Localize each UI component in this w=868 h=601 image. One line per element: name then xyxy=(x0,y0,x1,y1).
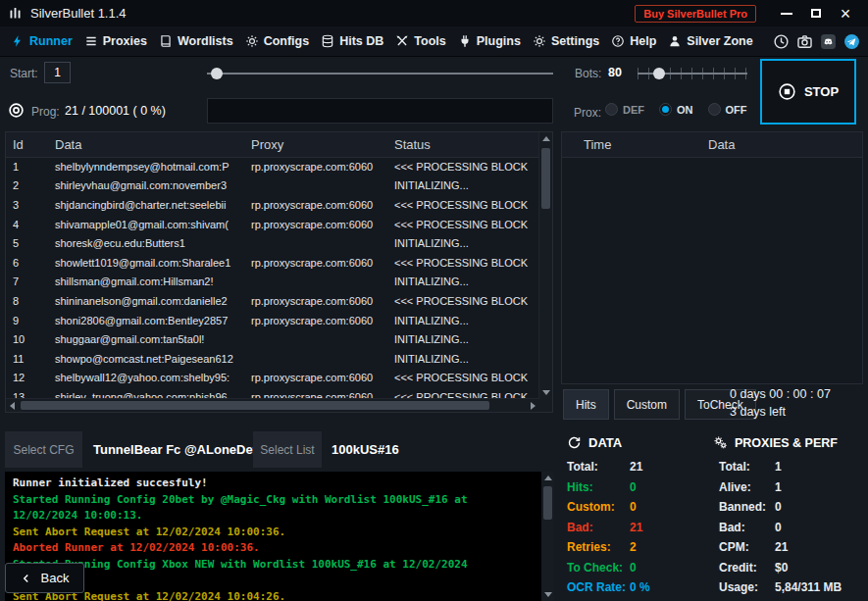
prox-option-off[interactable]: OFF xyxy=(708,103,747,116)
scroll-left-arrow[interactable] xyxy=(6,399,19,412)
progress-bar xyxy=(207,98,553,124)
wordlists-icon xyxy=(159,34,173,48)
tab-hits[interactable]: Hits xyxy=(563,389,609,420)
column-header-proxy: Proxy xyxy=(251,137,394,152)
nav-item-wordlists[interactable]: Wordlists xyxy=(153,26,239,56)
radio-icon xyxy=(659,103,672,116)
slider-thumb[interactable] xyxy=(211,68,223,79)
scroll-up-arrow[interactable] xyxy=(541,472,554,484)
slider-thumb[interactable] xyxy=(653,68,665,79)
nav-item-runner[interactable]: Runner xyxy=(5,26,78,56)
nav-item-proxies[interactable]: Proxies xyxy=(78,26,153,56)
stat-value: 2 xyxy=(630,540,650,554)
select-wordlist-button[interactable]: Select List xyxy=(253,431,322,468)
stat-value: $0 xyxy=(775,561,842,575)
prox-option-on[interactable]: ON xyxy=(659,103,693,116)
select-config-button[interactable]: Select CFG xyxy=(5,431,82,468)
scroll-down-arrow[interactable] xyxy=(541,588,554,601)
column-header-data: Data xyxy=(708,137,862,152)
scroll-up-arrow[interactable] xyxy=(539,132,552,145)
table-row[interactable]: 5shoresk@ecu.edu:Butters1INITIALIZING... xyxy=(6,233,539,253)
back-button[interactable]: Back xyxy=(5,563,84,593)
stop-label: STOP xyxy=(804,84,839,99)
nav-item-label: Help xyxy=(630,34,656,48)
table-row[interactable]: 6showlett1019@gmail.com:Sharalee1rp.prox… xyxy=(6,253,539,273)
maximize-button[interactable] xyxy=(801,2,831,25)
tools-icon xyxy=(395,34,409,48)
nav-item-label: Tools xyxy=(414,34,445,48)
nav-right-icons xyxy=(773,33,863,50)
vertical-scrollbar[interactable] xyxy=(538,132,552,399)
progress-value: 21 / 100001 ( 0 %) xyxy=(65,104,166,118)
scrollbar-thumb[interactable] xyxy=(21,401,489,410)
scrollbar-thumb[interactable] xyxy=(543,486,552,520)
nav-item-help[interactable]: Help xyxy=(605,26,662,56)
cell-status: <<< PROCESSING BLOCK xyxy=(394,295,539,307)
log-lines: Runner initialized succesfuly!Started Ru… xyxy=(13,476,531,601)
stop-button[interactable]: STOP xyxy=(760,59,856,125)
table-row[interactable]: 10shuggaar@gmail.com:tan5ta0l!INITIALIZI… xyxy=(6,329,539,349)
nav-item-silver-zone[interactable]: Silver Zone xyxy=(662,26,758,56)
stat-total: Total:21 xyxy=(567,457,650,477)
nav-item-hits-db[interactable]: Hits DB xyxy=(315,26,389,56)
telegram-icon[interactable] xyxy=(843,33,860,50)
scrollbar-thumb[interactable] xyxy=(541,148,550,209)
table-row[interactable]: 8shininanelson@gmail.com:danielle2rp.pro… xyxy=(6,291,539,311)
radio-label: DEF xyxy=(623,104,644,116)
nav-item-tools[interactable]: Tools xyxy=(389,26,451,56)
nav-item-configs[interactable]: Configs xyxy=(239,26,316,56)
buy-pro-button[interactable]: Buy SilverBullet Pro xyxy=(635,5,756,23)
start-input[interactable] xyxy=(44,62,71,83)
cell-id: 12 xyxy=(13,372,55,383)
start-label: Start: xyxy=(10,67,38,80)
log-line: Sent Abort Request at 12/02/2024 10:00:3… xyxy=(13,525,531,541)
cell-data: showlett1019@gmail.com:Sharalee1 xyxy=(55,257,251,269)
stat-value: 21 xyxy=(630,460,650,474)
slider-track xyxy=(207,73,553,75)
clock-icon[interactable] xyxy=(773,33,790,50)
settings-icon xyxy=(533,34,546,48)
cell-id: 10 xyxy=(13,333,55,345)
stat-hits: Hits:0 xyxy=(567,477,650,498)
scroll-down-arrow[interactable] xyxy=(539,386,552,399)
minimize-button[interactable] xyxy=(772,2,801,25)
discord-icon[interactable] xyxy=(820,33,837,50)
table-row[interactable]: 7shillsman@gmail.com:Hillsman2!INITIALIZ… xyxy=(6,273,539,292)
table-row[interactable]: 9shoni2806@gmail.com:Bentley2857rp.proxy… xyxy=(6,311,539,330)
cell-data: shelbywall12@yahoo.com:shelby95: xyxy=(55,372,251,383)
cell-status: INITIALIZING... xyxy=(394,275,539,287)
nav-item-settings[interactable]: Settings xyxy=(527,26,605,56)
nav-item-label: Runner xyxy=(29,34,73,48)
stat-label: Alive: xyxy=(719,480,775,494)
horizontal-scrollbar[interactable] xyxy=(6,398,539,412)
progress-icon xyxy=(8,102,25,119)
license-days-left: 3 days left xyxy=(730,405,786,419)
stat-bad: Bad:0 xyxy=(719,518,842,538)
log-scrollbar[interactable] xyxy=(541,472,554,601)
table-row[interactable]: 3shjdancingbird@charter.net:seelebiirp.p… xyxy=(6,195,539,215)
close-button[interactable]: × xyxy=(831,2,860,25)
navbar: RunnerProxiesWordlistsConfigsHits DBTool… xyxy=(0,26,868,57)
cell-data: shillsman@gmail.com:Hillsman2! xyxy=(55,275,251,287)
stat-label: Retries: xyxy=(567,540,630,554)
cell-status: <<< PROCESSING BLOCK xyxy=(394,257,539,269)
tab-custom[interactable]: Custom xyxy=(614,389,680,420)
table-row[interactable]: 11showpo@comcast.net:Paigesean612INITIAL… xyxy=(6,349,539,369)
nav-item-label: Wordlists xyxy=(178,34,233,48)
table-row[interactable]: 12shelbywall12@yahoo.com:shelby95:rp.pro… xyxy=(6,369,539,388)
stat-value: 0 xyxy=(630,500,650,514)
table-row[interactable]: 1shelbylynndempsey@hotmail.com:Prp.proxy… xyxy=(6,157,539,176)
table-row[interactable]: 2shirleyvhau@gmail.com:november3INITIALI… xyxy=(6,176,539,196)
cell-status: INITIALIZING... xyxy=(394,237,539,249)
proxies-icon xyxy=(84,34,98,48)
table-row[interactable]: 4shivamapple01@gmail.com:shivam(rp.proxy… xyxy=(6,215,539,234)
camera-icon[interactable] xyxy=(796,33,813,50)
nav-item-label: Hits DB xyxy=(339,34,383,48)
runner-log: Runner initialized succesfuly!Started Ru… xyxy=(5,472,554,601)
perf-stats-title: PROXIES & PERF xyxy=(735,436,838,450)
nav-item-plugins[interactable]: Plugins xyxy=(452,26,527,56)
scroll-right-arrow[interactable] xyxy=(527,399,539,412)
stat-label: CPM: xyxy=(719,540,775,554)
prox-option-def[interactable]: DEF xyxy=(605,103,644,116)
cell-status: INITIALIZING... xyxy=(394,333,539,345)
